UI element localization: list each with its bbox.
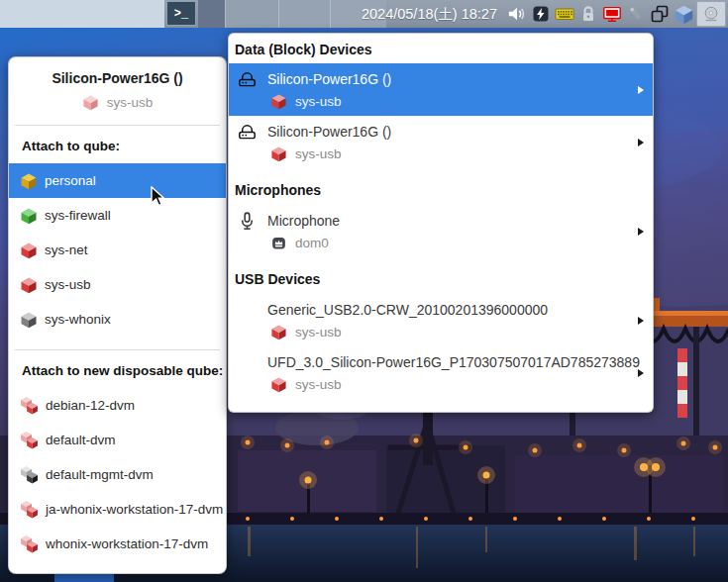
- qube-icon-yellow: [20, 172, 38, 190]
- menu-item-label: debian-12-dvm: [46, 398, 135, 413]
- device-vm: sys-usb: [295, 377, 342, 392]
- device-row-ufd-silicon-power[interactable]: UFD_3.0_Silicon-Power16G_P170307507017AD…: [229, 346, 653, 399]
- usb-stick-icon[interactable]: [625, 3, 647, 25]
- submenu-arrow-icon: [638, 228, 644, 236]
- menu-item-label: personal: [45, 173, 96, 188]
- menu-item-whonix-workstation-17-dvm[interactable]: whonix-workstation-17-dvm: [9, 527, 226, 561]
- clipboard-icon[interactable]: [649, 3, 671, 25]
- attach-section-label: Attach to qube:: [9, 126, 226, 163]
- qubes-update-monitor-icon[interactable]: [601, 3, 623, 25]
- device-row-silicon-power-2[interactable]: Silicon-Power16G () sys-usb: [229, 116, 653, 168]
- menu-item-label: sys-whonix: [45, 312, 111, 327]
- menu-item-label: ja-whonix-workstation-17-dvm: [46, 502, 223, 517]
- menu-item-debian-12-dvm[interactable]: debian-12-dvm: [9, 388, 226, 423]
- device-name: Generic_USB2.0-CRW_20100201396000000: [267, 302, 548, 318]
- qube-icon-pale-red: [82, 94, 99, 111]
- device-row-silicon-power-1[interactable]: Silicon-Power16G () sys-usb: [229, 63, 653, 116]
- clock[interactable]: 2024/05/18(土) 18:27: [362, 5, 497, 24]
- device-backend-vm: sys-usb: [9, 92, 226, 112]
- menu-item-sys-whonix[interactable]: sys-whonix: [9, 302, 226, 337]
- menu-item-default-dvm[interactable]: default-dvm: [9, 423, 226, 457]
- volume-icon[interactable]: [506, 3, 528, 25]
- disk-icon: [702, 5, 720, 23]
- device-title: Silicon-Power16G (): [9, 69, 226, 87]
- qubes-domains-icon[interactable]: [673, 3, 694, 25]
- qube-icon-gray: [20, 311, 38, 329]
- menu-item-personal[interactable]: personal: [9, 163, 226, 198]
- device-vm: sys-usb: [295, 325, 342, 340]
- taskbar-segment: [225, 0, 279, 28]
- menu-item-ja-whonix-workstation-17-dvm[interactable]: ja-whonix-workstation-17-dvm: [9, 492, 226, 527]
- drive-icon: [237, 122, 258, 143]
- dispvm-icon-red: [20, 396, 39, 415]
- device-name: Silicon-Power16G (): [267, 124, 391, 140]
- menu-item-label: sys-firewall: [45, 208, 111, 223]
- menu-item-sys-usb[interactable]: sys-usb: [9, 267, 226, 302]
- qube-icon-red: [20, 276, 38, 294]
- device-vm: sys-usb: [295, 94, 342, 109]
- dispvm-icon-red: [20, 500, 39, 519]
- menu-item-label: default-dvm: [46, 433, 116, 447]
- dom0-icon: [270, 235, 287, 251]
- section-header-usb-devices: USB Devices: [229, 257, 653, 294]
- taskbar-segment: [198, 0, 225, 28]
- submenu-arrow-icon: [638, 317, 644, 325]
- section-header-microphones: Microphones: [229, 168, 653, 205]
- attach-submenu: Silicon-Power16G () sys-usb Attach to qu…: [8, 56, 227, 574]
- qube-icon-green: [20, 207, 38, 225]
- terminal-icon: >_: [174, 8, 188, 20]
- taskbar-segment: [278, 0, 331, 28]
- submenu-arrow-icon: [638, 369, 644, 377]
- menu-item-label: default-mgmt-dvm: [46, 467, 154, 482]
- lock-icon[interactable]: [577, 3, 599, 25]
- menu-item-label: sys-usb: [45, 277, 91, 292]
- device-row-generic-usb[interactable]: Generic_USB2.0-CRW_20100201396000000 sys…: [229, 294, 653, 346]
- microphone-icon: [237, 211, 258, 232]
- qube-icon-red: [20, 242, 38, 259]
- qube-icon-red: [270, 93, 287, 110]
- device-name: Silicon-Power16G (): [267, 71, 391, 87]
- device-name: Microphone: [267, 213, 340, 229]
- panel-empty-area: [0, 0, 164, 28]
- dispvm-icon-red: [20, 431, 39, 449]
- device-vm: sys-usb: [295, 146, 342, 161]
- drive-icon: [237, 69, 258, 90]
- terminal-launcher-button[interactable]: >_: [166, 1, 196, 26]
- disposable-section-label: Attach to new disposable qube:: [9, 350, 226, 388]
- system-tray: 2024/05/18(土) 18:27: [362, 0, 726, 28]
- qube-icon-red: [270, 324, 287, 340]
- device-name: UFD_3.0_Silicon-Power16G_P170307507017AD…: [267, 354, 640, 370]
- menu-item-label: whonix-workstation-17-dvm: [46, 536, 208, 551]
- qube-icon-red: [270, 376, 287, 393]
- mouse-cursor: [151, 186, 170, 208]
- devices-menu: Data (Block) Devices Silicon-Power16G ()…: [228, 33, 654, 413]
- menu-item-sys-net[interactable]: sys-net: [9, 233, 226, 267]
- menu-item-default-mgmt-dvm[interactable]: default-mgmt-dvm: [9, 457, 226, 492]
- devices-widget-button[interactable]: [696, 1, 726, 27]
- menu-item-label: sys-net: [45, 242, 88, 257]
- dispvm-icon-red: [20, 534, 39, 553]
- submenu-arrow-icon: [638, 139, 644, 146]
- device-backend-vm-label: sys-usb: [107, 95, 154, 110]
- keyboard-layout-icon[interactable]: [554, 3, 575, 25]
- device-vm: dom0: [295, 236, 329, 250]
- submenu-arrow-icon: [638, 86, 644, 94]
- top-panel: >_ 2024/05/18(土) 18:27: [0, 0, 728, 28]
- section-header-block-devices: Data (Block) Devices: [229, 34, 653, 63]
- qube-icon-red: [270, 146, 287, 162]
- device-row-microphone[interactable]: Microphone dom0: [229, 205, 653, 257]
- menu-item-sys-firewall[interactable]: sys-firewall: [9, 198, 226, 233]
- battery-icon[interactable]: [530, 3, 552, 25]
- dispvm-icon-black: [20, 465, 39, 484]
